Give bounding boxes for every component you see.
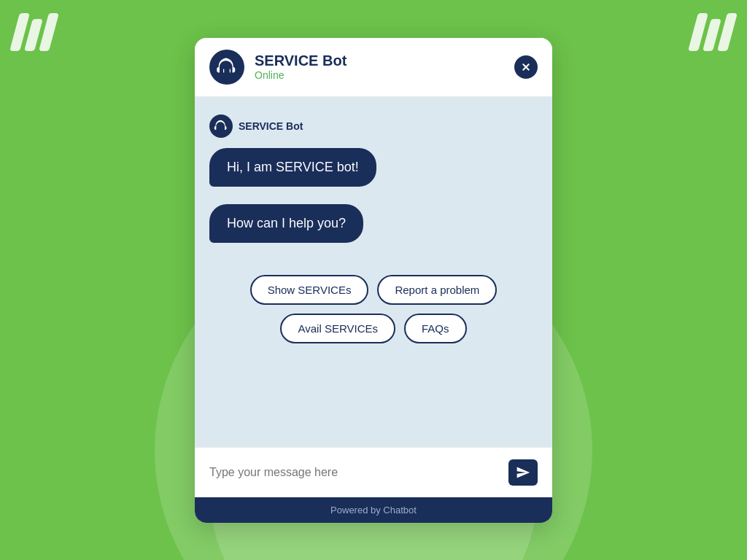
quick-replies-area: Show SERVICEs Report a problem Avail SER… — [209, 269, 538, 355]
header-info: SERVICE Bot Online — [255, 52, 504, 81]
message-bubble-1: Hi, I am SERVICE bot! — [209, 148, 376, 187]
chat-input-area — [195, 447, 552, 497]
bot-avatar-small — [209, 114, 233, 138]
send-icon — [516, 465, 530, 480]
send-button[interactable] — [508, 459, 538, 486]
corner-stripe-top-left — [15, 13, 54, 51]
headset-icon-small — [214, 119, 228, 133]
chat-footer: Powered by Chatbot — [195, 497, 552, 523]
chat-header: SERVICE Bot Online — [195, 38, 552, 97]
bot-status: Online — [255, 69, 504, 81]
headset-icon — [216, 56, 238, 78]
powered-by-text: Powered by Chatbot — [330, 505, 417, 516]
chat-body: SERVICE Bot Hi, I am SERVICE bot! How ca… — [195, 97, 552, 447]
bot-label-row: SERVICE Bot — [209, 114, 538, 138]
chat-widget: SERVICE Bot Online SERVICE Bot Hi, I — [195, 38, 552, 523]
quick-reply-report-problem[interactable]: Report a problem — [377, 275, 497, 305]
close-button[interactable] — [514, 55, 538, 79]
close-icon — [519, 61, 533, 74]
quick-reply-avail-services[interactable]: Avail SERVICEs — [280, 314, 395, 343]
quick-reply-faqs[interactable]: FAQs — [404, 314, 467, 343]
message-bubble-2: How can I help you? — [209, 204, 363, 243]
bot-label-name: SERVICE Bot — [239, 120, 303, 132]
chat-input[interactable] — [209, 466, 500, 479]
bot-name-title: SERVICE Bot — [255, 52, 504, 69]
corner-stripe-top-right — [693, 13, 732, 51]
bot-avatar-header — [209, 50, 244, 85]
quick-reply-show-services[interactable]: Show SERVICEs — [250, 275, 369, 305]
messages-area: Hi, I am SERVICE bot! How can I help you… — [209, 148, 538, 252]
